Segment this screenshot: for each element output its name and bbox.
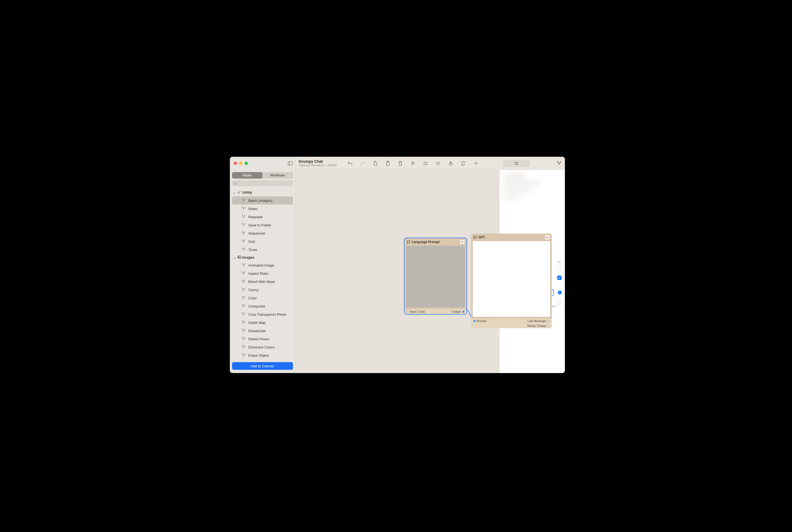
- catalog-item[interactable]: Canny: [232, 286, 293, 294]
- svg-point-23: [244, 248, 245, 249]
- svg-point-35: [243, 282, 244, 282]
- node-content-area[interactable]: [406, 246, 465, 307]
- svg-point-54: [242, 337, 243, 338]
- undo-button[interactable]: [344, 159, 356, 168]
- share-button[interactable]: [444, 159, 457, 168]
- svg-point-37: [244, 288, 245, 289]
- catalog-item[interactable]: Erase Object: [232, 351, 293, 359]
- add-to-canvas-button[interactable]: Add to Canvas: [232, 362, 293, 370]
- catalog-item[interactable]: Repeater: [232, 213, 293, 221]
- tab-nodes[interactable]: Nodes: [232, 172, 263, 178]
- svg-point-8: [244, 207, 245, 208]
- node-icon: [242, 223, 246, 227]
- node-icon: [242, 207, 246, 211]
- catalog-item[interactable]: Sequencer: [232, 229, 293, 237]
- svg-point-5: [244, 199, 245, 200]
- group-header-images[interactable]: ⌄Images: [232, 254, 294, 261]
- inspector-settings-button[interactable]: [503, 160, 530, 167]
- catalog-item[interactable]: Size: [232, 237, 293, 246]
- svg-point-21: [243, 242, 244, 242]
- svg-point-30: [242, 272, 243, 272]
- paste-button[interactable]: [382, 159, 394, 168]
- catalog-item[interactable]: Composite: [232, 302, 293, 310]
- node-icon: [242, 231, 246, 235]
- node-icon: [242, 247, 246, 252]
- catalog-item[interactable]: Notes: [232, 205, 293, 213]
- svg-point-14: [244, 223, 245, 224]
- node-icon: [242, 296, 246, 300]
- port-label: Last Message: [528, 319, 546, 323]
- chevron-up-icon: [558, 261, 560, 263]
- group-header-utility[interactable]: ⌄Utility: [232, 188, 294, 196]
- document-title: Grumpy Chat: [299, 159, 337, 164]
- frame-selection-button[interactable]: [432, 159, 444, 168]
- port-input-text[interactable]: Input (Text): [407, 310, 425, 313]
- catalog-item[interactable]: Timer: [232, 246, 293, 254]
- catalog-item-label: Depth Map: [248, 321, 266, 325]
- catalog-item[interactable]: Blend With Mask: [232, 278, 293, 286]
- catalog-item[interactable]: Crop Transparent Pixels: [232, 310, 293, 319]
- svg-point-10: [242, 215, 243, 216]
- svg-point-38: [243, 290, 244, 290]
- paused-checkbox[interactable]: [557, 267, 561, 271]
- catalog-item-label: Composite: [248, 304, 265, 308]
- info-icon[interactable]: i: [558, 290, 561, 294]
- svg-point-47: [243, 314, 244, 315]
- tools-icon: [238, 190, 241, 195]
- catalog-item[interactable]: Batch (Images): [232, 196, 293, 205]
- node-language-prompt[interactable]: Language Prompt Input (Text) Output: [404, 238, 466, 314]
- svg-point-57: [242, 345, 243, 346]
- run-button[interactable]: [407, 159, 419, 168]
- catalog-item[interactable]: Save to Folder: [232, 221, 293, 229]
- catalog-item-label: Batch (Images): [248, 198, 273, 203]
- svg-rect-64: [386, 162, 389, 166]
- toggle-sidebar-icon[interactable]: [285, 159, 295, 167]
- catalog-item[interactable]: Desaturate: [232, 327, 293, 335]
- overflow-button[interactable]: [469, 159, 482, 168]
- inspector-upper-area: [500, 170, 565, 257]
- search-icon: [234, 182, 237, 185]
- port-whole-thread-out[interactable]: Whole Thread: [528, 324, 550, 327]
- port-label: Input (Text): [410, 310, 425, 313]
- fit-to-screen-button[interactable]: [419, 159, 432, 168]
- svg-point-12: [243, 217, 244, 218]
- catalog-item-label: Crop Transparent Pixels: [248, 312, 287, 317]
- node-menu-dropdown[interactable]: [460, 240, 464, 244]
- redo-button[interactable]: [356, 159, 369, 168]
- tab-workflows[interactable]: Workflows: [262, 172, 293, 178]
- node-catalog: ⌄UtilityBatch (Images)NotesRepeaterSave …: [230, 188, 295, 359]
- minimize-window[interactable]: [239, 162, 242, 165]
- copy-button[interactable]: [369, 159, 382, 168]
- graph-preview-icon[interactable]: [557, 161, 561, 166]
- sync-button[interactable]: [457, 159, 469, 168]
- chevron-down-icon: [461, 241, 463, 243]
- catalog-item[interactable]: Aspect Ratio: [232, 269, 293, 278]
- svg-point-55: [244, 337, 245, 338]
- svg-point-43: [244, 304, 245, 305]
- delete-button[interactable]: [394, 159, 407, 168]
- svg-point-40: [244, 296, 245, 297]
- sidebar-search[interactable]: [232, 180, 293, 186]
- svg-rect-0: [288, 162, 292, 165]
- catalog-item[interactable]: Detect Poses: [232, 335, 293, 343]
- svg-point-16: [242, 232, 243, 232]
- svg-point-44: [243, 306, 244, 307]
- catalog-item-label: Repeater: [248, 215, 263, 219]
- port-output[interactable]: Output: [452, 310, 464, 313]
- svg-point-48: [242, 321, 243, 322]
- image-icon: [238, 255, 241, 260]
- catalog-item[interactable]: Depth Map: [232, 319, 293, 327]
- catalog-item[interactable]: Color: [232, 294, 293, 302]
- catalog-item[interactable]: Dominant Colors: [232, 343, 293, 351]
- port-label: Output: [452, 310, 461, 313]
- close-window[interactable]: [234, 162, 237, 165]
- svg-point-52: [244, 329, 245, 330]
- svg-point-31: [244, 272, 245, 272]
- port-prompt-in[interactable]: Prompt: [473, 319, 486, 323]
- svg-point-74: [560, 162, 561, 163]
- canvas[interactable]: Language Prompt Input (Text) Output: [295, 170, 499, 373]
- collapse-section-button[interactable]: [557, 260, 561, 264]
- catalog-item[interactable]: Animated Image: [232, 261, 293, 269]
- port-last-message-out[interactable]: Last Message: [528, 319, 549, 323]
- maximize-window[interactable]: [245, 162, 248, 165]
